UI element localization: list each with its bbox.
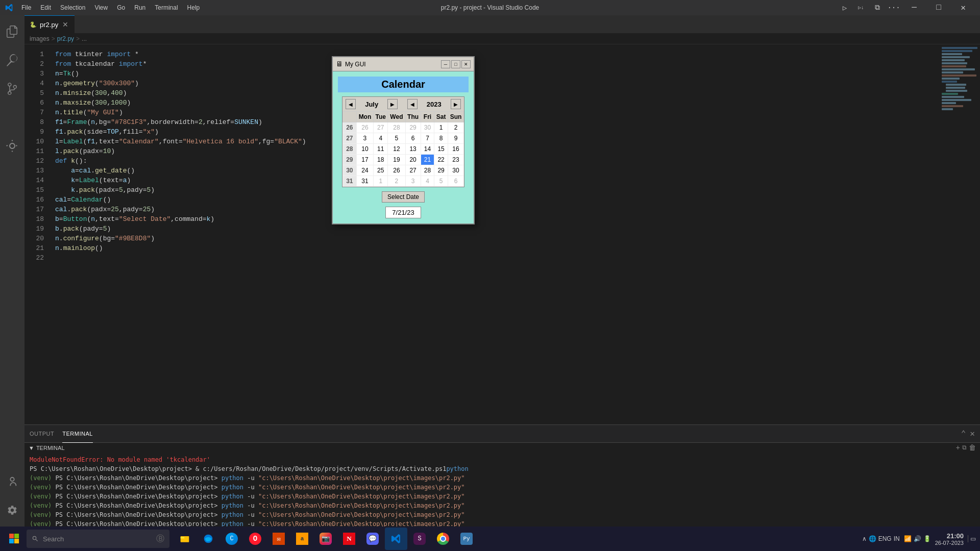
cal-day[interactable]: 26 — [388, 165, 405, 176]
cal-next-month-button[interactable]: ▶ — [387, 99, 398, 109]
cal-day[interactable]: 2 — [388, 176, 405, 187]
cal-day[interactable]: 12 — [388, 144, 405, 155]
gui-minimize-button[interactable]: ─ — [441, 60, 450, 68]
taskbar-app-netflix[interactable]: N — [338, 528, 360, 550]
breadcrumb-folder[interactable]: images — [30, 35, 50, 42]
accounts-icon[interactable] — [0, 469, 24, 494]
menu-terminal[interactable]: Terminal — [151, 3, 182, 12]
explorer-icon[interactable] — [0, 19, 24, 44]
breadcrumb-more[interactable]: ... — [82, 35, 87, 42]
cal-day[interactable]: 10 — [356, 144, 374, 155]
minimize-button[interactable]: ─ — [902, 0, 926, 15]
taskbar-app-explorer[interactable] — [174, 528, 196, 550]
cal-day[interactable]: 18 — [374, 155, 388, 165]
cal-day[interactable]: 6 — [448, 176, 463, 187]
tab-close-button[interactable]: ✕ — [61, 20, 69, 29]
menu-edit[interactable]: Edit — [36, 3, 55, 12]
select-date-button[interactable]: Select Date — [382, 191, 425, 203]
cal-day[interactable]: 1 — [434, 122, 448, 133]
source-control-icon[interactable] — [0, 77, 24, 101]
taskbar-app-edge[interactable] — [197, 528, 219, 550]
taskbar-app-slack[interactable]: S — [408, 528, 431, 550]
taskbar-app-chrome[interactable] — [432, 528, 454, 550]
cal-day[interactable]: 4 — [421, 176, 434, 187]
menu-run[interactable]: Run — [130, 3, 150, 12]
show-desktop-icon[interactable]: ▭ — [968, 535, 976, 542]
cal-day[interactable]: 16 — [448, 144, 463, 155]
cal-day[interactable]: 13 — [405, 144, 421, 155]
panel-close-icon[interactable]: ✕ — [970, 429, 975, 439]
cal-day[interactable]: 4 — [374, 133, 388, 144]
cal-day[interactable]: 3 — [356, 133, 374, 144]
cal-day[interactable]: 14 — [421, 144, 434, 155]
tab-pr2py[interactable]: 🐍 pr2.py ✕ — [24, 15, 75, 33]
terminal-expand-icon[interactable]: ▼ — [29, 445, 34, 451]
cal-day[interactable]: 27 — [374, 122, 388, 133]
cal-day[interactable]: 9 — [448, 133, 463, 144]
cal-day[interactable]: 28 — [388, 122, 405, 133]
cal-day[interactable]: 22 — [434, 155, 448, 165]
cal-day[interactable]: 3 — [405, 176, 421, 187]
run-debug-sidebar-icon[interactable] — [0, 105, 24, 130]
menu-view[interactable]: View — [90, 3, 112, 12]
cal-day[interactable]: 17 — [356, 155, 374, 165]
cal-day[interactable]: 11 — [374, 144, 388, 155]
menu-help[interactable]: Help — [183, 3, 204, 12]
cal-day[interactable]: 30 — [448, 165, 463, 176]
split-editor-icon[interactable]: ⧉ — [870, 0, 885, 15]
cal-day[interactable]: 20 — [405, 155, 421, 165]
cal-prev-year-button[interactable]: ◀ — [407, 99, 418, 109]
run-debug-icon[interactable]: ▷↓ — [853, 0, 869, 15]
more-actions-icon[interactable]: ··· — [886, 0, 901, 15]
cal-day[interactable]: 5 — [388, 133, 405, 144]
cal-day[interactable]: 1 — [374, 176, 388, 187]
cal-day[interactable]: 23 — [448, 155, 463, 165]
taskbar-app-python[interactable]: Py — [455, 528, 478, 550]
close-button[interactable]: ✕ — [951, 0, 975, 15]
cal-day[interactable]: 2 — [448, 122, 463, 133]
taskbar-app-cortana[interactable]: C — [220, 528, 243, 550]
trash-icon[interactable]: 🗑 — [969, 444, 976, 452]
cal-day[interactable]: 21 — [421, 155, 434, 165]
menu-go[interactable]: Go — [113, 3, 129, 12]
cal-day[interactable]: 29 — [434, 165, 448, 176]
menu-selection[interactable]: Selection — [56, 3, 89, 12]
cal-day[interactable]: 27 — [405, 165, 421, 176]
cal-day[interactable]: 7 — [421, 133, 434, 144]
menu-file[interactable]: File — [17, 3, 35, 12]
extensions-icon[interactable] — [0, 134, 24, 158]
cal-day[interactable]: 24 — [356, 165, 374, 176]
run-icon[interactable]: ▷ — [837, 0, 852, 15]
taskbar-app-mail[interactable]: ✉ — [267, 528, 290, 550]
split-terminal-icon[interactable]: ⧉ — [962, 444, 967, 452]
cal-day[interactable]: 26 — [356, 122, 374, 133]
volume-icon[interactable]: 🔊 — [914, 535, 921, 542]
taskbar-app-amazon[interactable]: a — [291, 528, 313, 550]
cal-day[interactable]: 19 — [388, 155, 405, 165]
cal-day[interactable]: 28 — [421, 165, 434, 176]
cal-day[interactable]: 5 — [434, 176, 448, 187]
cal-day[interactable]: 6 — [405, 133, 421, 144]
cal-day[interactable]: 31 — [356, 176, 374, 187]
tab-terminal[interactable]: TERMINAL — [62, 425, 93, 443]
cal-day[interactable]: 29 — [405, 122, 421, 133]
taskbar-app-instagram[interactable]: 📷 — [314, 528, 337, 550]
settings-icon[interactable] — [0, 498, 24, 522]
gui-maximize-button[interactable]: □ — [451, 60, 460, 68]
tab-output[interactable]: OUTPUT — [30, 425, 54, 443]
show-hidden-icon[interactable]: ∧ — [862, 535, 867, 542]
maximize-button[interactable]: □ — [927, 0, 950, 15]
clock[interactable]: 21:00 26-07-2023 — [935, 532, 964, 546]
taskbar-app-discord[interactable]: 💬 — [361, 528, 384, 550]
cal-prev-month-button[interactable]: ◀ — [346, 99, 356, 109]
windows-start-button[interactable] — [4, 529, 24, 549]
taskbar-app-opera[interactable]: O — [244, 528, 266, 550]
breadcrumb-file[interactable]: pr2.py — [57, 35, 74, 42]
code-content[interactable]: from tkinter import *from tkcalendar imp… — [50, 44, 939, 424]
cal-day[interactable]: 15 — [434, 144, 448, 155]
taskbar-app-vscode[interactable] — [385, 528, 407, 550]
cal-day[interactable]: 8 — [434, 133, 448, 144]
cal-day[interactable]: 30 — [421, 122, 434, 133]
gui-close-button[interactable]: ✕ — [461, 60, 471, 68]
wifi-icon[interactable]: 📶 — [904, 535, 912, 542]
